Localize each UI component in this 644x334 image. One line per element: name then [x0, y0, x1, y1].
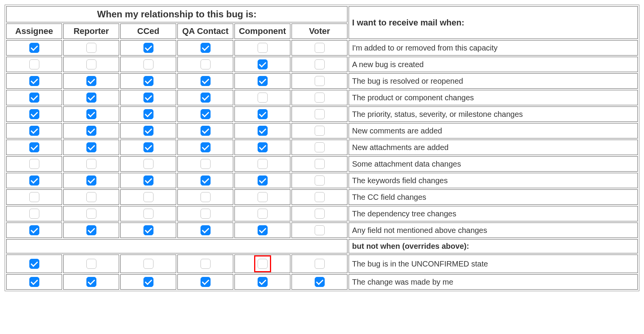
override-checkbox[interactable] [315, 277, 325, 287]
pref-checkbox[interactable] [143, 76, 153, 86]
pref-checkbox[interactable] [86, 76, 96, 86]
pref-checkbox[interactable] [201, 209, 211, 219]
pref-checkbox[interactable] [29, 142, 39, 152]
pref-label: Any field not mentioned above changes [349, 223, 638, 238]
pref-checkbox[interactable] [143, 159, 153, 169]
pref-label: The keywords field changes [349, 173, 638, 188]
pref-checkbox[interactable] [86, 93, 96, 103]
override-row: The bug is in the UNCONFIRMED state [6, 255, 638, 273]
override-checkbox[interactable] [201, 259, 211, 269]
pref-checkbox[interactable] [29, 59, 39, 69]
pref-checkbox[interactable] [258, 142, 268, 152]
override-checkbox[interactable] [258, 259, 268, 269]
pref-checkbox[interactable] [86, 126, 96, 136]
override-checkbox[interactable] [86, 277, 96, 287]
pref-checkbox[interactable] [201, 59, 211, 69]
pref-checkbox[interactable] [258, 225, 268, 235]
pref-checkbox[interactable] [201, 225, 211, 235]
pref-row: The CC field changes [6, 189, 638, 205]
pref-checkbox[interactable] [143, 209, 153, 219]
pref-checkbox[interactable] [86, 43, 96, 53]
pref-checkbox[interactable] [201, 76, 211, 86]
pref-checkbox[interactable] [86, 175, 96, 186]
pref-checkbox[interactable] [258, 175, 268, 186]
but-not-header: but not when (overrides above): [349, 239, 638, 253]
pref-row: New attachments are added [6, 140, 638, 155]
pref-checkbox[interactable] [201, 159, 211, 169]
pref-checkbox[interactable] [143, 43, 153, 53]
pref-checkbox[interactable] [258, 159, 268, 169]
pref-checkbox[interactable] [201, 93, 211, 103]
pref-checkbox[interactable] [315, 225, 325, 235]
pref-checkbox[interactable] [29, 126, 39, 136]
pref-checkbox[interactable] [315, 43, 325, 53]
pref-label: Some attachment data changes [349, 156, 638, 172]
pref-checkbox[interactable] [86, 109, 96, 119]
override-checkbox[interactable] [29, 259, 39, 269]
pref-checkbox[interactable] [315, 142, 325, 152]
column-header: Reporter [63, 24, 119, 39]
pref-checkbox[interactable] [143, 192, 153, 202]
pref-checkbox[interactable] [201, 142, 211, 152]
pref-checkbox[interactable] [29, 225, 39, 235]
pref-checkbox[interactable] [258, 109, 268, 119]
pref-checkbox[interactable] [143, 126, 153, 136]
pref-label: The product or component changes [349, 90, 638, 105]
pref-checkbox[interactable] [258, 192, 268, 202]
override-checkbox[interactable] [258, 277, 268, 287]
pref-checkbox[interactable] [258, 209, 268, 219]
pref-checkbox[interactable] [29, 109, 39, 119]
pref-checkbox[interactable] [258, 59, 268, 69]
pref-checkbox[interactable] [315, 192, 325, 202]
pref-checkbox[interactable] [201, 192, 211, 202]
pref-checkbox[interactable] [86, 209, 96, 219]
pref-checkbox[interactable] [201, 43, 211, 53]
override-checkbox[interactable] [315, 259, 325, 269]
pref-checkbox[interactable] [143, 175, 153, 186]
override-checkbox[interactable] [143, 259, 153, 269]
pref-checkbox[interactable] [315, 93, 325, 103]
email-prefs-table: When my relationship to this bug is:I wa… [5, 5, 639, 291]
pref-checkbox[interactable] [86, 192, 96, 202]
pref-label: New attachments are added [349, 140, 638, 155]
pref-checkbox[interactable] [29, 192, 39, 202]
pref-checkbox[interactable] [143, 142, 153, 152]
pref-checkbox[interactable] [86, 142, 96, 152]
pref-checkbox[interactable] [315, 59, 325, 69]
pref-checkbox[interactable] [143, 109, 153, 119]
pref-checkbox[interactable] [315, 209, 325, 219]
pref-checkbox[interactable] [29, 175, 39, 186]
pref-checkbox[interactable] [315, 159, 325, 169]
pref-row: I'm added to or removed from this capaci… [6, 40, 638, 56]
pref-checkbox[interactable] [29, 93, 39, 103]
pref-checkbox[interactable] [258, 126, 268, 136]
pref-checkbox[interactable] [86, 159, 96, 169]
pref-checkbox[interactable] [201, 126, 211, 136]
pref-checkbox[interactable] [201, 175, 211, 186]
pref-checkbox[interactable] [29, 76, 39, 86]
pref-row: A new bug is created [6, 57, 638, 72]
pref-label: The bug is resolved or reopened [349, 73, 638, 89]
pref-checkbox[interactable] [143, 59, 153, 69]
override-checkbox[interactable] [86, 259, 96, 269]
pref-checkbox[interactable] [315, 175, 325, 186]
override-checkbox[interactable] [201, 277, 211, 287]
relationship-header: When my relationship to this bug is: [6, 6, 347, 22]
pref-checkbox[interactable] [201, 109, 211, 119]
pref-checkbox[interactable] [315, 126, 325, 136]
pref-checkbox[interactable] [29, 209, 39, 219]
pref-checkbox[interactable] [315, 109, 325, 119]
pref-checkbox[interactable] [315, 76, 325, 86]
pref-checkbox[interactable] [29, 159, 39, 169]
pref-checkbox[interactable] [258, 76, 268, 86]
override-checkbox[interactable] [143, 277, 153, 287]
pref-checkbox[interactable] [29, 43, 39, 53]
override-label: The change was made by me [349, 274, 638, 290]
pref-checkbox[interactable] [86, 225, 96, 235]
pref-checkbox[interactable] [258, 43, 268, 53]
pref-checkbox[interactable] [258, 93, 268, 103]
override-checkbox[interactable] [29, 277, 39, 287]
pref-checkbox[interactable] [143, 225, 153, 235]
pref-checkbox[interactable] [86, 59, 96, 69]
pref-checkbox[interactable] [143, 93, 153, 103]
